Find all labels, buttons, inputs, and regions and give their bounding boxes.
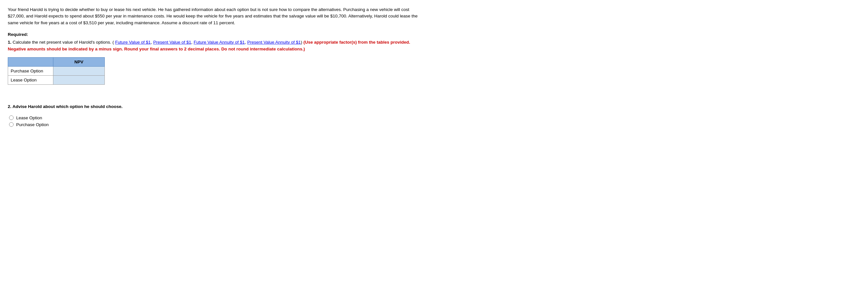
link-present-value[interactable]: Present Value of $1	[153, 40, 191, 44]
radio-lease[interactable]	[9, 116, 13, 120]
intro-paragraph: Your friend Harold is trying to decide w…	[8, 6, 426, 26]
purchase-option-label: Purchase Option	[8, 66, 53, 75]
question2-number: 2.	[8, 104, 11, 109]
table-header-empty	[8, 57, 53, 66]
required-label: Required:	[8, 32, 426, 37]
table-row-lease: Lease Option	[8, 75, 105, 85]
radio-purchase[interactable]	[9, 122, 13, 127]
table-row-purchase: Purchase Option	[8, 66, 105, 75]
purchase-option-input[interactable]	[53, 67, 104, 75]
radio-lease-label: Lease Option	[16, 116, 42, 120]
lease-option-input-cell[interactable]	[53, 75, 104, 85]
radio-lease-item[interactable]: Lease Option	[9, 116, 426, 120]
npv-table: NPV Purchase Option Lease Option	[8, 57, 105, 85]
link-future-value[interactable]: Future Value of $1	[115, 40, 151, 44]
radio-group: Lease Option Purchase Option	[9, 116, 426, 127]
question2-body: Advise Harold about which option he shou…	[12, 104, 123, 109]
question1-body: Calculate the net present value of Harol…	[12, 40, 114, 44]
question2-text: 2. Advise Harold about which option he s…	[8, 104, 426, 109]
link-present-value-annuity[interactable]: Present Value Annuity of $1	[247, 40, 301, 44]
link-future-value-annuity[interactable]: Future Value Annuity of $1	[194, 40, 245, 44]
purchase-option-input-cell[interactable]	[53, 66, 104, 75]
lease-option-input[interactable]	[53, 76, 104, 85]
question1-text: 1. Calculate the net present value of Ha…	[8, 39, 426, 53]
radio-purchase-item[interactable]: Purchase Option	[9, 122, 426, 127]
radio-purchase-label: Purchase Option	[16, 122, 49, 127]
lease-option-label: Lease Option	[8, 75, 53, 85]
question1-number: 1.	[8, 40, 11, 44]
table-header-npv: NPV	[53, 57, 104, 66]
